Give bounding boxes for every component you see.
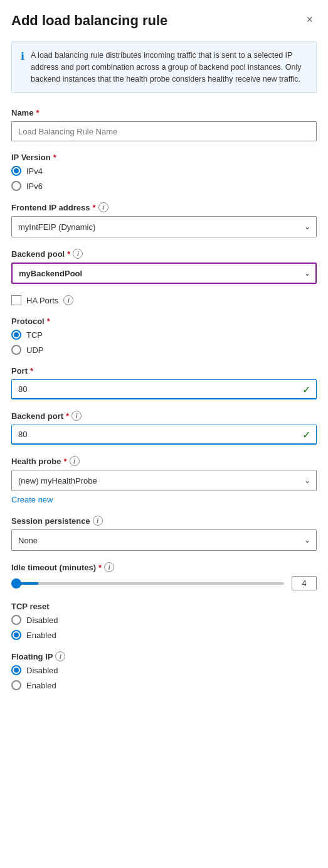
port-label: Port * — [11, 366, 317, 376]
protocol-udp-item[interactable]: UDP — [11, 345, 317, 355]
backend-pool-dropdown[interactable]: myBackendPool — [11, 263, 317, 284]
ip-version-ipv4-radio[interactable] — [11, 166, 21, 176]
backend-port-field-group: Backend port * i ✓ — [11, 411, 317, 445]
protocol-udp-label: UDP — [26, 345, 43, 355]
protocol-udp-radio[interactable] — [11, 345, 21, 355]
protocol-field-group: Protocol * TCP UDP — [11, 317, 317, 355]
protocol-radio-group: TCP UDP — [11, 330, 317, 355]
session-persistence-dropdown[interactable]: None — [11, 529, 317, 551]
health-probe-label: Health probe * i — [11, 456, 317, 466]
floating-ip-disabled-radio[interactable] — [11, 665, 21, 675]
protocol-tcp-item[interactable]: TCP — [11, 330, 317, 340]
name-required-star: * — [36, 108, 39, 117]
panel-title: Add load balancing rule — [11, 13, 167, 29]
floating-ip-info-icon[interactable]: i — [55, 651, 65, 661]
info-box: ℹ A load balancing rule distributes inco… — [11, 41, 317, 93]
backend-pool-info-icon[interactable]: i — [73, 249, 83, 259]
idle-timeout-slider[interactable] — [11, 582, 284, 585]
health-probe-info-icon[interactable]: i — [70, 456, 80, 466]
idle-timeout-required-star: * — [98, 563, 102, 572]
protocol-tcp-radio[interactable] — [11, 330, 21, 340]
frontend-ip-dropdown-wrapper: myIntFEIP (Dynamic) ⌄ — [11, 216, 317, 237]
idle-timeout-label: Idle timeout (minutes) * i — [11, 562, 317, 572]
port-input-wrapper: ✓ — [11, 379, 317, 399]
backend-pool-dropdown-wrapper: myBackendPool ⌄ — [11, 263, 317, 284]
health-probe-required-star: * — [63, 457, 66, 466]
floating-ip-disabled-item[interactable]: Disabled — [11, 665, 317, 675]
ha-ports-checkbox[interactable] — [11, 295, 21, 305]
floating-ip-disabled-label: Disabled — [26, 666, 58, 675]
ha-ports-field-group: HA Ports i — [11, 295, 317, 305]
backend-port-info-icon[interactable]: i — [71, 411, 82, 421]
name-field-group: Name * — [11, 108, 317, 141]
frontend-ip-dropdown[interactable]: myIntFEIP (Dynamic) — [11, 216, 317, 237]
session-persistence-label: Session persistence i — [11, 516, 317, 526]
ip-version-ipv4-item[interactable]: IPv4 — [11, 166, 317, 176]
session-persistence-field-group: Session persistence i None ⌄ — [11, 516, 317, 551]
backend-port-required-star: * — [66, 411, 69, 421]
protocol-label: Protocol * — [11, 317, 317, 326]
floating-ip-radio-group: Disabled Enabled — [11, 665, 317, 690]
tcp-reset-label: TCP reset — [11, 602, 317, 611]
backend-pool-required-star: * — [67, 249, 70, 259]
port-field-group: Port * ✓ — [11, 366, 317, 399]
idle-timeout-slider-group: 4 — [11, 576, 317, 590]
info-text: A load balancing rule distributes incomi… — [31, 50, 307, 85]
tcp-reset-disabled-label: Disabled — [26, 616, 58, 625]
idle-timeout-field-group: Idle timeout (minutes) * i 4 — [11, 562, 317, 590]
panel-header: Add load balancing rule × — [11, 13, 317, 29]
session-persistence-info-icon[interactable]: i — [93, 516, 103, 526]
create-new-health-probe-link[interactable]: Create new — [11, 495, 317, 504]
frontend-ip-label: Frontend IP address * i — [11, 202, 317, 212]
add-load-balancing-rule-panel: Add load balancing rule × ℹ A load balan… — [0, 0, 328, 727]
backend-port-input-wrapper: ✓ — [11, 425, 317, 445]
port-input[interactable] — [11, 379, 317, 399]
protocol-tcp-label: TCP — [26, 330, 43, 340]
tcp-reset-disabled-item[interactable]: Disabled — [11, 615, 317, 625]
ip-version-required-star: * — [53, 153, 56, 162]
info-icon: ℹ — [21, 50, 24, 85]
frontend-ip-field-group: Frontend IP address * i myIntFEIP (Dynam… — [11, 202, 317, 237]
health-probe-dropdown[interactable]: (new) myHealthProbe — [11, 470, 317, 491]
ip-version-label: IP Version * — [11, 153, 317, 162]
ip-version-ipv6-radio[interactable] — [11, 181, 21, 191]
session-persistence-dropdown-wrapper: None ⌄ — [11, 529, 317, 551]
backend-pool-field-group: Backend pool * i myBackendPool ⌄ — [11, 249, 317, 284]
tcp-reset-enabled-item[interactable]: Enabled — [11, 630, 317, 640]
health-probe-dropdown-wrapper: (new) myHealthProbe ⌄ — [11, 470, 317, 491]
frontend-ip-info-icon[interactable]: i — [98, 202, 108, 212]
ha-ports-checkbox-item[interactable]: HA Ports i — [11, 295, 317, 305]
tcp-reset-enabled-label: Enabled — [26, 631, 56, 640]
backend-pool-label: Backend pool * i — [11, 249, 317, 259]
ip-version-ipv4-label: IPv4 — [26, 166, 43, 176]
idle-timeout-info-icon[interactable]: i — [104, 562, 114, 572]
ip-version-ipv6-item[interactable]: IPv6 — [11, 181, 317, 191]
ha-ports-label: HA Ports — [26, 296, 58, 305]
health-probe-field-group: Health probe * i (new) myHealthProbe ⌄ C… — [11, 456, 317, 504]
port-valid-checkmark-icon: ✓ — [302, 384, 310, 396]
close-button[interactable]: × — [302, 13, 317, 26]
protocol-required-star: * — [47, 317, 50, 326]
tcp-reset-field-group: TCP reset Disabled Enabled — [11, 602, 317, 640]
tcp-reset-enabled-radio[interactable] — [11, 630, 21, 640]
floating-ip-enabled-label: Enabled — [26, 681, 56, 690]
floating-ip-enabled-radio[interactable] — [11, 680, 21, 690]
floating-ip-label: Floating IP i — [11, 651, 317, 661]
port-required-star: * — [30, 366, 33, 376]
idle-timeout-value: 4 — [292, 576, 317, 590]
frontend-ip-required-star: * — [92, 203, 95, 212]
ip-version-ipv6-label: IPv6 — [26, 182, 43, 191]
backend-port-valid-checkmark-icon: ✓ — [302, 429, 310, 441]
backend-port-label: Backend port * i — [11, 411, 317, 421]
name-label: Name * — [11, 108, 317, 117]
backend-port-input[interactable] — [11, 425, 317, 445]
tcp-reset-disabled-radio[interactable] — [11, 615, 21, 625]
floating-ip-enabled-item[interactable]: Enabled — [11, 680, 317, 690]
name-input[interactable] — [11, 121, 317, 141]
floating-ip-field-group: Floating IP i Disabled Enabled — [11, 651, 317, 690]
ip-version-radio-group: IPv4 IPv6 — [11, 166, 317, 191]
tcp-reset-radio-group: Disabled Enabled — [11, 615, 317, 640]
ha-ports-info-icon[interactable]: i — [63, 295, 73, 305]
ip-version-field-group: IP Version * IPv4 IPv6 — [11, 153, 317, 191]
